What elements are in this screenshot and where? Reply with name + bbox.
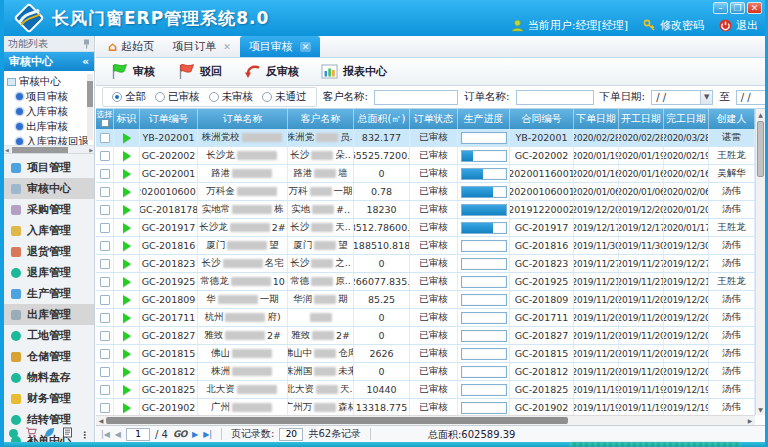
hscroll-thumb[interactable] xyxy=(106,417,568,424)
row-checkbox[interactable] xyxy=(100,241,110,251)
last-page-button[interactable]: ▶| xyxy=(203,430,212,439)
table-row[interactable]: 20200106001万科金万科一期0.78已审核202001060012020… xyxy=(96,183,755,201)
vscroll-thumb[interactable] xyxy=(757,121,764,177)
row-checkbox[interactable] xyxy=(100,349,110,359)
leaf-icon[interactable] xyxy=(44,423,55,442)
logout-button[interactable]: 退出 xyxy=(719,18,758,33)
row-checkbox[interactable] xyxy=(100,169,110,179)
sidebar-item[interactable]: 退库管理 xyxy=(4,262,94,283)
calendar-dropdown-icon[interactable]: ▼ xyxy=(700,91,712,104)
scroll-down-icon[interactable]: ▼ xyxy=(756,404,765,415)
vertical-scrollbar[interactable]: ▲ ▼ xyxy=(755,109,765,415)
cart-icon[interactable] xyxy=(25,423,37,442)
customer-name-input[interactable] xyxy=(374,90,458,105)
tree-root[interactable]: 审核中心 xyxy=(7,74,85,89)
scroll-left-icon[interactable]: ◀ xyxy=(5,146,9,154)
reject-button[interactable]: 驳回 xyxy=(172,61,227,82)
sidebar-item[interactable]: 物料盘存 xyxy=(4,367,94,388)
row-checkbox[interactable] xyxy=(100,151,110,161)
tab-project-orders[interactable]: 项目订单 ✕ xyxy=(163,36,240,57)
page-number-input[interactable] xyxy=(126,428,150,441)
sidebar-item[interactable]: 财务管理 xyxy=(4,388,94,409)
tree-item[interactable]: 出库审核 xyxy=(7,119,85,134)
page-size-input[interactable] xyxy=(279,428,303,441)
table-row[interactable]: GC-201816厦门望厦门望188510.818已审核GC-201816201… xyxy=(96,237,755,255)
tree-vertical-scrollbar[interactable] xyxy=(87,74,93,140)
horizontal-scrollbar[interactable]: ◀ ▶ xyxy=(96,415,755,425)
sidebar-item[interactable]: 退货管理 xyxy=(4,241,94,262)
column-header[interactable]: 总面积(㎡) xyxy=(354,109,410,129)
close-tab-icon[interactable]: ✕ xyxy=(300,42,312,52)
tree-hscroll-thumb[interactable] xyxy=(12,147,68,153)
prev-page-button[interactable]: ◀ xyxy=(115,430,121,439)
table-row[interactable]: GC-202001路港路港墙0已审核202001160012020/01/162… xyxy=(96,165,755,183)
row-checkbox[interactable] xyxy=(100,295,110,305)
column-header[interactable]: 生产进度 xyxy=(458,109,510,129)
column-header[interactable]: 订单状态 xyxy=(410,109,458,129)
column-header[interactable]: 订单编号 xyxy=(140,109,198,129)
select-all-checkbox[interactable] xyxy=(101,119,109,127)
sidebar-section-header[interactable]: 审核中心 « xyxy=(4,52,94,71)
row-checkbox[interactable] xyxy=(100,223,110,233)
more-icon[interactable]: ⋮ xyxy=(80,423,89,442)
column-header[interactable]: 订单名称 xyxy=(198,109,288,129)
maximize-button[interactable]: ❐ xyxy=(730,2,745,14)
row-checkbox[interactable] xyxy=(100,133,110,143)
table-row[interactable]: GC-201815佛山佛山中仓库2626已审核GC-2018152019/11/… xyxy=(96,345,755,363)
tab-home[interactable]: ⌂ 起始页 xyxy=(99,36,163,57)
table-row[interactable]: GC-201827雅致2#雅致2#0已审核GC-2018272019/11/20… xyxy=(96,327,755,345)
tree-horizontal-scrollbar[interactable]: ◀ ▶ xyxy=(4,145,94,154)
table-row[interactable]: GC-201917长沙龙2#长沙天..8512.78600..已审核GC-201… xyxy=(96,219,755,237)
order-date-to-input[interactable]: / /▼ xyxy=(736,90,765,105)
scroll-right-icon[interactable]: ▶ xyxy=(89,146,93,154)
report-center-button[interactable]: 报表中心 xyxy=(316,62,392,81)
sidebar-item[interactable]: 项目管理 xyxy=(4,157,94,178)
go-button[interactable]: GO xyxy=(173,429,187,439)
tab-project-audit[interactable]: 项目审核 ✕ xyxy=(240,36,321,57)
collapse-icon[interactable]: « xyxy=(82,55,89,68)
close-tab-icon[interactable]: ✕ xyxy=(223,42,231,52)
change-password-button[interactable]: 修改密码 xyxy=(643,18,704,33)
row-checkbox[interactable] xyxy=(100,277,110,287)
row-checkbox[interactable] xyxy=(100,187,110,197)
tree-item[interactable]: 入库审核 xyxy=(7,104,85,119)
sidebar-item[interactable]: 入库管理 xyxy=(4,220,94,241)
radio-failed[interactable]: 未通过 xyxy=(262,90,307,104)
scroll-up-icon[interactable]: ▲ xyxy=(756,109,765,120)
book-icon[interactable] xyxy=(62,423,73,442)
column-header[interactable]: 标识 xyxy=(114,109,140,129)
table-row[interactable]: GC-2018178实地常栋实地#..18230已审核2019122000220… xyxy=(96,201,755,219)
row-checkbox[interactable] xyxy=(100,331,110,341)
sidebar-item[interactable]: 工地管理 xyxy=(4,325,94,346)
close-button[interactable]: ✕ xyxy=(747,2,762,14)
next-page-button[interactable]: ▶ xyxy=(192,430,198,439)
sidebar-item[interactable]: 出库管理 xyxy=(4,304,94,325)
tree-item[interactable]: 项目审核 xyxy=(7,89,85,104)
column-header[interactable]: 完工日期 xyxy=(664,109,709,129)
tree-item[interactable]: 入库审核回退 xyxy=(7,134,85,145)
radio-all[interactable]: 全部 xyxy=(112,90,146,104)
table-row[interactable]: GC-201809华一期华润期85.25已审核GC-2018092019/11/… xyxy=(96,291,755,309)
order-name-input[interactable] xyxy=(516,90,594,105)
unaudit-button[interactable]: 反审核 xyxy=(239,62,304,81)
row-checkbox[interactable] xyxy=(100,403,110,413)
column-header[interactable]: 合同编号 xyxy=(510,109,574,129)
column-header[interactable]: 客户名称 xyxy=(288,109,354,129)
row-checkbox[interactable] xyxy=(100,259,110,269)
table-row[interactable]: GC-201825北大资北大资天..10440已审核GC-2018252019/… xyxy=(96,381,755,399)
row-checkbox[interactable] xyxy=(100,385,110,395)
first-page-button[interactable]: |◀ xyxy=(101,430,110,439)
row-checkbox[interactable] xyxy=(100,205,110,215)
minimize-button[interactable]: – xyxy=(713,2,728,14)
table-row[interactable]: GC-201711杭州府)0已审核GC-2017112019/11/202019… xyxy=(96,309,755,327)
sidebar-item[interactable]: 审核中心 xyxy=(4,178,94,199)
sidebar-item[interactable]: 采购管理 xyxy=(4,199,94,220)
radio-audited[interactable]: 已审核 xyxy=(155,90,200,104)
table-row[interactable]: GC-202002长沙龙长沙朵..65525.7200..已审核GC-20200… xyxy=(96,147,755,165)
sidebar-item[interactable]: 生产管理 xyxy=(4,283,94,304)
tree-vscroll-thumb[interactable] xyxy=(87,81,93,107)
table-row[interactable]: GC-201925常德龙10常德原..266077.835..已审核GC-201… xyxy=(96,273,755,291)
dot-icon[interactable] xyxy=(9,423,18,442)
sidebar-item[interactable]: 仓储管理 xyxy=(4,346,94,367)
column-header[interactable]: 开工日期 xyxy=(619,109,664,129)
